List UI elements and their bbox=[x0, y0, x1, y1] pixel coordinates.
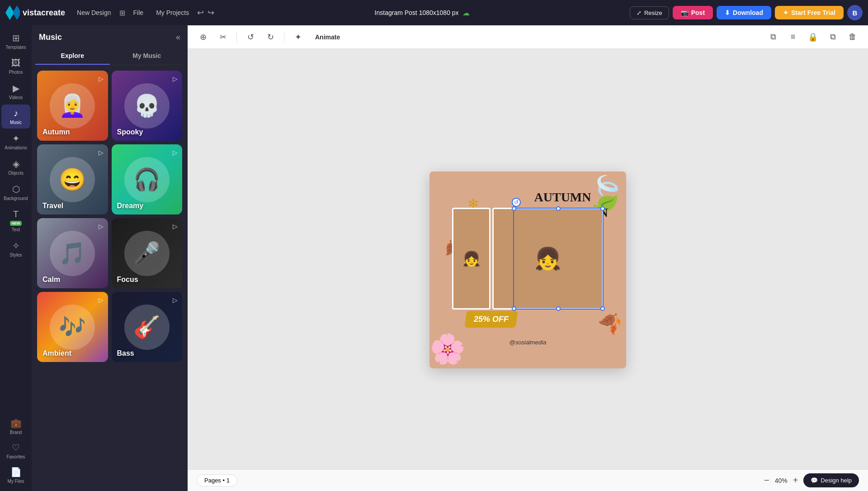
sidebar-item-objects[interactable]: ◈ Objects bbox=[1, 155, 30, 179]
dreamy-badge: ▷ bbox=[173, 149, 178, 156]
music-tabs: Explore My Music bbox=[35, 48, 184, 65]
calm-badge: ▷ bbox=[99, 223, 104, 230]
new-badge: NEW bbox=[10, 221, 22, 226]
instagram-icon: 📷 bbox=[681, 9, 689, 16]
animate-button[interactable]: Animate bbox=[310, 31, 345, 43]
templates-icon: ⊞ bbox=[12, 33, 20, 43]
music-card-calm[interactable]: 🎵 ▷ Calm bbox=[37, 218, 108, 288]
autumn-label: Autumn bbox=[42, 128, 70, 136]
photo-small: 👧 bbox=[452, 208, 491, 310]
focus-person: 🎤 bbox=[124, 231, 170, 276]
music-icon: ♪ bbox=[14, 108, 18, 119]
sidebar-item-text[interactable]: T NEW Text bbox=[1, 205, 30, 236]
ambient-person: 🎶 bbox=[50, 305, 95, 350]
card-dreamy-bg: 🎧 ▷ Dreamy bbox=[112, 144, 183, 215]
zoom-out-button[interactable]: − bbox=[762, 473, 771, 487]
download-icon: ⬇ bbox=[725, 9, 730, 16]
photo-main: 👧 bbox=[492, 208, 604, 310]
lock-button[interactable]: 🔒 bbox=[805, 29, 821, 45]
sidebar-item-videos[interactable]: ▶ Videos bbox=[1, 79, 30, 104]
sidebar-item-styles[interactable]: ✧ Styles bbox=[1, 237, 30, 261]
sidebar-item-templates[interactable]: ⊞ Templates bbox=[1, 29, 30, 53]
music-card-spooky[interactable]: 💀 ▷ Spooky bbox=[112, 71, 183, 141]
main-canvas: ✻ ✻ 🍃 🌸 🍂 🍂 AUTUMN KIDS FASHION 👧 👧 ↺ 25… bbox=[188, 49, 868, 491]
my-projects-button[interactable]: My Projects bbox=[151, 6, 193, 19]
animations-icon: ✦ bbox=[12, 133, 20, 144]
new-design-button[interactable]: New Design bbox=[72, 6, 115, 19]
autumn-person: 👩‍🦳 bbox=[50, 83, 95, 129]
photos-icon: 🖼 bbox=[11, 58, 20, 68]
autumn-badge: ▷ bbox=[99, 75, 104, 82]
sidebar-item-background[interactable]: ⬡ Background bbox=[1, 180, 30, 205]
file-button[interactable]: File bbox=[129, 6, 148, 19]
music-card-focus[interactable]: 🎤 ▷ Focus bbox=[112, 218, 183, 288]
focus-label: Focus bbox=[117, 276, 138, 284]
svg-marker-1 bbox=[13, 5, 20, 20]
styles-icon: ✧ bbox=[12, 240, 20, 251]
sidebar-item-photos[interactable]: 🖼 Photos bbox=[1, 54, 30, 78]
sidebar-item-animations[interactable]: ✦ Animations bbox=[1, 129, 30, 154]
sidebar-bottom: 💼 Brand ♡ Favorites 📄 My Files bbox=[1, 414, 30, 487]
redo-icon[interactable]: ↪ bbox=[208, 8, 214, 18]
sidebar-item-myfiles[interactable]: 📄 My Files bbox=[1, 463, 30, 487]
spooky-badge: ▷ bbox=[173, 75, 178, 82]
travel-person: 😄 bbox=[50, 157, 95, 202]
panel-title: Music bbox=[39, 33, 62, 42]
nav-center: Instagram Post 1080x1080 px ☁ bbox=[218, 9, 626, 17]
grid-icon: ⊞ bbox=[119, 9, 125, 17]
spooky-person: 💀 bbox=[124, 83, 170, 129]
layers-button[interactable]: ⧉ bbox=[765, 29, 781, 45]
crop-button[interactable]: ✂ bbox=[215, 29, 231, 45]
bass-badge: ▷ bbox=[173, 296, 178, 304]
objects-icon: ◈ bbox=[13, 158, 19, 169]
start-trial-button[interactable]: ✦ Start Free Trial bbox=[775, 6, 844, 19]
music-card-travel[interactable]: 😄 ▷ Travel bbox=[37, 144, 108, 215]
add-element-button[interactable]: ⊕ bbox=[195, 29, 211, 45]
duplicate-button[interactable]: ⧉ bbox=[825, 29, 841, 45]
post-button[interactable]: 📷 Post bbox=[673, 6, 713, 19]
sidebar-item-favorites[interactable]: ♡ Favorites bbox=[1, 439, 30, 463]
dreamy-person: 🎧 bbox=[124, 157, 170, 202]
myfiles-icon: 📄 bbox=[10, 467, 22, 477]
travel-badge: ▷ bbox=[99, 149, 104, 156]
align-button[interactable]: ≡ bbox=[785, 29, 801, 45]
undo-tool-button[interactable]: ↺ bbox=[242, 29, 259, 45]
design-help-button[interactable]: 💬 Design help bbox=[803, 473, 859, 487]
music-card-dreamy[interactable]: 🎧 ▷ Dreamy bbox=[112, 144, 183, 215]
icon-sidebar: ⊞ Templates 🖼 Photos ▶ Videos ♪ Music ✦ … bbox=[0, 25, 32, 491]
star-icon: ✦ bbox=[783, 9, 788, 16]
pages-button[interactable]: Pages • 1 bbox=[197, 474, 237, 486]
zoom-level: 40% bbox=[775, 477, 788, 484]
document-name: Instagram Post 1080x1080 px bbox=[375, 9, 459, 16]
toolbar-divider-2 bbox=[284, 32, 284, 43]
card-bass-bg: 🎸 ▷ Bass bbox=[112, 292, 183, 362]
download-button[interactable]: ⬇ Download bbox=[717, 6, 771, 19]
redo-tool-button[interactable]: ↻ bbox=[262, 29, 278, 45]
logo-text: vistacreate bbox=[23, 8, 65, 18]
zoom-in-button[interactable]: + bbox=[791, 473, 800, 487]
delete-button[interactable]: 🗑 bbox=[844, 29, 861, 45]
panel-close-button[interactable]: « bbox=[176, 33, 180, 42]
music-grid: 👩‍🦳 ▷ Autumn 💀 ▷ Spooky 😄 ▷ Travel 🎧 bbox=[32, 71, 188, 367]
bass-person: 🎸 bbox=[124, 305, 170, 350]
card-autumn-bg: 👩‍🦳 ▷ Autumn bbox=[37, 71, 108, 141]
tab-mymusic[interactable]: My Music bbox=[110, 48, 184, 65]
music-card-autumn[interactable]: 👩‍🦳 ▷ Autumn bbox=[37, 71, 108, 141]
music-card-bass[interactable]: 🎸 ▷ Bass bbox=[112, 292, 183, 362]
sidebar-item-music[interactable]: ♪ Music bbox=[1, 105, 30, 129]
resize-button[interactable]: ⤢ Resize bbox=[630, 6, 669, 19]
design-card[interactable]: ✻ ✻ 🍃 🌸 🍂 🍂 AUTUMN KIDS FASHION 👧 👧 ↺ 25… bbox=[429, 172, 626, 368]
magic-button[interactable]: ✦ bbox=[290, 29, 306, 45]
focus-badge: ▷ bbox=[173, 223, 178, 230]
undo-icon[interactable]: ↩ bbox=[197, 8, 204, 18]
sidebar-item-brand[interactable]: 💼 Brand bbox=[1, 414, 30, 439]
avatar[interactable]: B bbox=[847, 5, 863, 20]
logo[interactable]: vistacreate bbox=[5, 5, 65, 20]
card-travel-bg: 😄 ▷ Travel bbox=[37, 144, 108, 215]
music-card-ambient[interactable]: 🎶 ▷ Ambient bbox=[37, 292, 108, 362]
dreamy-label: Dreamy bbox=[117, 202, 144, 210]
bottom-bar: Pages • 1 − 40% + 💬 Design help bbox=[188, 469, 868, 491]
videos-icon: ▶ bbox=[13, 83, 19, 94]
tab-explore[interactable]: Explore bbox=[35, 48, 110, 65]
card-ambient-bg: 🎶 ▷ Ambient bbox=[37, 292, 108, 362]
